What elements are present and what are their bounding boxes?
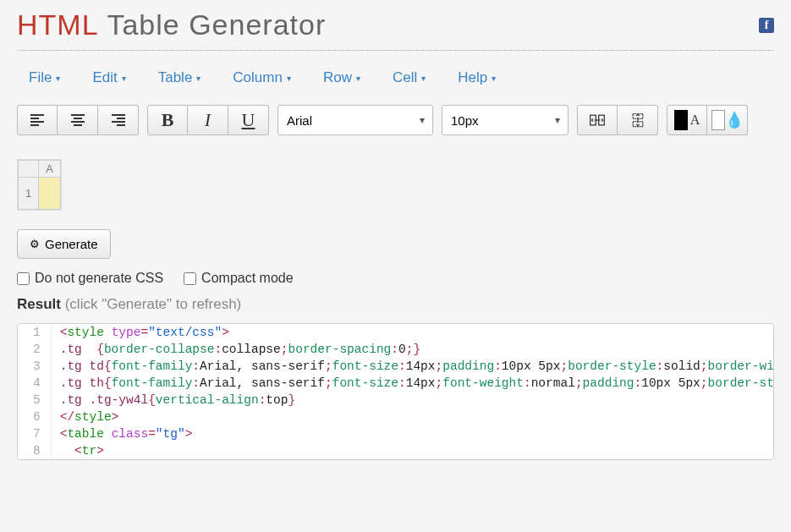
merge-vertical-button[interactable] <box>618 105 658 135</box>
result-heading: Result (click "Generate" to refresh) <box>17 296 774 313</box>
merge-horizontal-button[interactable] <box>577 105 618 135</box>
menu-table[interactable]: Table▾ <box>158 69 201 86</box>
italic-button[interactable]: I <box>188 105 228 135</box>
align-center-button[interactable] <box>58 105 98 135</box>
compact-checkbox[interactable] <box>184 272 196 285</box>
row-header[interactable]: 1 <box>19 178 39 210</box>
logo-red: HTML <box>17 8 99 41</box>
bg-color-button[interactable]: 💧 <box>707 105 748 135</box>
font-family-select[interactable]: Arial <box>277 105 433 135</box>
logo-grey: Table Generator <box>107 8 326 41</box>
menu-cell[interactable]: Cell▾ <box>393 69 426 86</box>
eyedropper-icon: 💧 <box>725 111 744 129</box>
underline-button[interactable]: U <box>228 105 269 135</box>
facebook-icon[interactable]: f <box>759 18 774 33</box>
cell-a1[interactable] <box>39 178 61 210</box>
menu-help[interactable]: Help▾ <box>458 69 496 86</box>
compact-option[interactable]: Compact mode <box>184 271 294 286</box>
generate-button[interactable]: ⚙ Generate <box>17 229 111 259</box>
menu-file[interactable]: File▾ <box>29 69 60 86</box>
text-color-button[interactable]: A <box>667 105 707 135</box>
menu-edit[interactable]: Edit▾ <box>92 69 125 86</box>
gear-icon: ⚙ <box>30 238 40 250</box>
menu-column[interactable]: Column▾ <box>233 69 291 86</box>
align-right-button[interactable] <box>98 105 139 135</box>
bold-button[interactable]: B <box>147 105 188 135</box>
logo: HTML Table Generator <box>17 8 326 41</box>
toolbar: B I U Arial 10px A 💧 <box>17 105 774 135</box>
no-css-checkbox[interactable] <box>17 272 30 285</box>
font-size-select[interactable]: 10px <box>442 105 569 135</box>
table-preview[interactable]: A 1 <box>17 159 62 211</box>
code-output[interactable]: 1<style type="text/css">2.tg {border-col… <box>17 323 774 460</box>
align-left-button[interactable] <box>17 105 58 135</box>
menu-bar: File▾ Edit▾ Table▾ Column▾ Row▾ Cell▾ He… <box>17 51 774 105</box>
menu-row[interactable]: Row▾ <box>323 69 360 86</box>
no-css-option[interactable]: Do not generate CSS <box>17 271 163 286</box>
col-header[interactable]: A <box>39 161 61 178</box>
header: HTML Table Generator f <box>17 0 774 51</box>
